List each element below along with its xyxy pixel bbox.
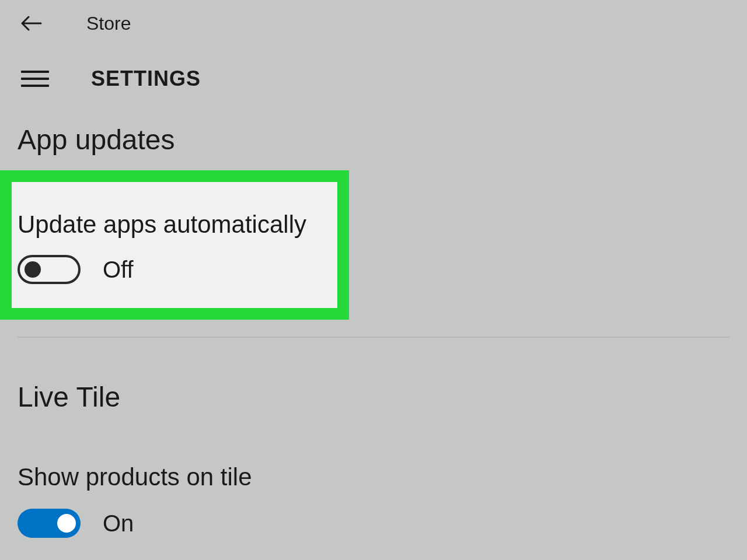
toggle-show-products[interactable] — [18, 509, 81, 538]
page-title: SETTINGS — [91, 66, 201, 91]
toggle-row-update-auto: Off — [18, 255, 729, 284]
section-divider — [18, 337, 729, 338]
section-heading-live-tile: Live Tile — [18, 381, 729, 413]
toggle-state-update-auto: Off — [103, 257, 134, 283]
top-bar: Store — [0, 0, 747, 41]
header-row: SETTINGS — [0, 41, 747, 91]
back-icon[interactable] — [21, 13, 42, 34]
toggle-knob — [57, 514, 76, 533]
setting-label-show-products: Show products on tile — [18, 463, 729, 491]
setting-label-update-auto: Update apps automatically — [18, 211, 729, 239]
toggle-knob — [25, 261, 41, 278]
hamburger-menu-icon[interactable] — [21, 68, 49, 89]
toggle-state-show-products: On — [103, 510, 134, 537]
app-title: Store — [86, 13, 131, 34]
toggle-update-auto[interactable] — [18, 255, 81, 284]
toggle-row-show-products: On — [18, 509, 729, 538]
section-heading-app-updates: App updates — [18, 124, 729, 156]
setting-update-apps-automatically: Update apps automatically Off — [18, 211, 729, 284]
